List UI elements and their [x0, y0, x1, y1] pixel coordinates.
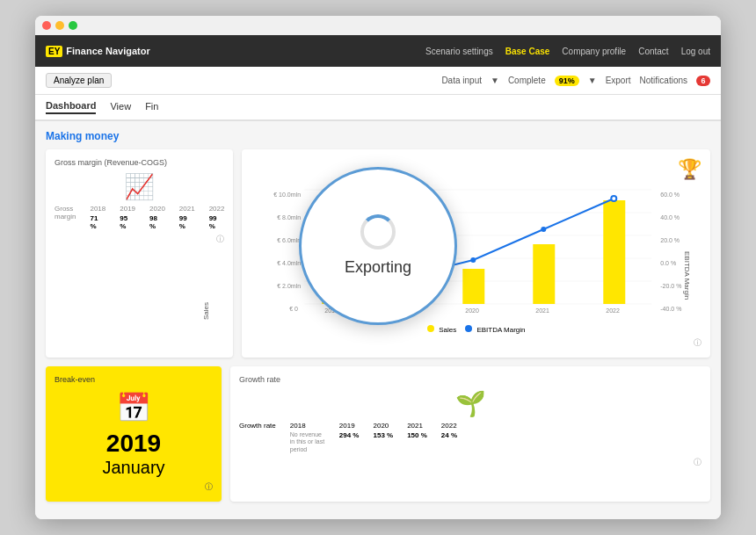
sub-nav: Analyze plan Data input ▼ Complete 91% ▼… [35, 67, 721, 95]
gm-val-2018: 71 % [90, 214, 105, 230]
growth-title: Growth rate [239, 375, 701, 384]
data-input-label[interactable]: Data input [441, 76, 482, 85]
gm-col-2022: 2022 99 % [209, 205, 225, 230]
gm-col-2020: 2020 98 % [149, 205, 165, 230]
top-nav: EY Finance Navigator Scenario settings B… [35, 35, 721, 67]
window-body: EY Finance Navigator Scenario settings B… [35, 35, 721, 519]
tab-dashboard[interactable]: Dashboard [46, 100, 96, 114]
chart-icon: 🏆 [678, 158, 701, 181]
gr-col-2020: 2020 153 % [373, 422, 393, 453]
company-profile-link[interactable]: Company profile [562, 47, 626, 56]
svg-text:20.0 %: 20.0 % [661, 237, 680, 243]
notifications-badge: 6 [696, 76, 710, 86]
svg-text:€ 8.0mln: € 8.0mln [278, 214, 302, 221]
gr-val-2022: 24 % [441, 431, 457, 439]
svg-text:-40.0 %: -40.0 % [661, 306, 682, 312]
trend-icon: 📈 [55, 172, 224, 201]
gm-col-2018: 2018 71 % [90, 205, 105, 230]
svg-text:€ 4.0mln: € 4.0mln [278, 260, 302, 266]
growth-card: Growth rate 🌱 Growth rate 2018 No revenu… [230, 366, 710, 502]
svg-text:40.0 %: 40.0 % [661, 214, 680, 221]
logo-text: Finance Navigator [66, 46, 149, 56]
gm-row-label: Gross margin [55, 205, 76, 221]
line-dot-2021 [542, 227, 547, 232]
breakeven-card: Break-even 📅 2019 January ⓘ [46, 366, 222, 502]
exporting-overlay: Exporting [299, 167, 457, 325]
tab-fin[interactable]: Fin [145, 101, 158, 113]
svg-text:-20.0 %: -20.0 % [661, 283, 682, 289]
svg-text:2021: 2021 [536, 307, 550, 314]
gm-year-2019: 2019 [120, 205, 135, 213]
bar-2022 [604, 200, 626, 304]
legend-sales: Sales [427, 325, 456, 334]
gr-row-label: Growth rate [239, 422, 276, 430]
gr-val-2018: No revenue in this or last period [290, 431, 325, 453]
growth-table: Growth rate 2018 No revenue in this or l… [239, 422, 701, 453]
gr-year-2021: 2021 [407, 422, 427, 430]
breakeven-info[interactable]: ⓘ [205, 481, 213, 493]
gr-val-2020: 153 % [373, 431, 393, 439]
topnav-links: Scenario settings Base Case Company prof… [425, 47, 710, 56]
logout-link[interactable]: Log out [681, 47, 710, 56]
chart-legend: Sales EBITDA Margin [251, 325, 701, 334]
cards-row-2: Break-even 📅 2019 January ⓘ Growth rate … [46, 366, 710, 502]
analyze-plan-button[interactable]: Analyze plan [46, 73, 112, 88]
gm-col-2021: 2021 99 % [179, 205, 195, 230]
bar-2020 [463, 269, 485, 304]
breakeven-year: 2019 [106, 430, 161, 458]
gm-val-2020: 98 % [149, 214, 165, 230]
svg-text:€ 2.0mln: € 2.0mln [278, 283, 302, 289]
dropdown-icon: ▼ [491, 76, 499, 85]
scenario-settings-link[interactable]: Scenario settings [425, 47, 493, 56]
svg-text:EBITDA Margin: EBITDA Margin [684, 251, 692, 300]
minimize-dot[interactable] [55, 21, 64, 30]
gr-val-2021: 150 % [407, 431, 427, 439]
base-case-link[interactable]: Base Case [505, 47, 550, 56]
svg-text:€ 10.0mln: € 10.0mln [274, 192, 302, 198]
subnav-right: Data input ▼ Complete 91% ▼ Export Notif… [441, 76, 710, 86]
gr-year-2022: 2022 [441, 422, 457, 430]
gm-year-2020: 2020 [149, 205, 165, 213]
legend-ebitda: EBITDA Margin [465, 325, 525, 334]
growth-info[interactable]: ⓘ [239, 457, 701, 468]
app-window: EY Finance Navigator Scenario settings B… [35, 16, 721, 519]
gm-year-2022: 2022 [209, 205, 225, 213]
window-chrome [35, 16, 721, 35]
line-dot-2022 [612, 196, 617, 201]
svg-text:2020: 2020 [466, 307, 480, 314]
gm-col-2019: 2019 95 % [120, 205, 135, 230]
maximize-dot[interactable] [69, 21, 77, 30]
gr-col-label: Growth rate [239, 422, 276, 453]
gm-val-2019: 95 % [120, 214, 135, 230]
bar-2021 [534, 244, 556, 304]
svg-text:2022: 2022 [607, 307, 621, 314]
section-title: Making money [46, 130, 710, 142]
chart-info[interactable]: ⓘ [251, 337, 701, 349]
gm-val-2022: 99 % [209, 214, 225, 230]
svg-text:Sales: Sales [203, 302, 211, 320]
gr-col-2022: 2022 24 % [441, 422, 457, 453]
dropdown-icon2: ▼ [588, 76, 597, 85]
ebitda-dot [465, 325, 472, 332]
svg-text:€ 0: € 0 [290, 306, 299, 312]
gross-margin-title: Gross margin (Revenue-COGS) [55, 158, 224, 167]
logo-ey: EY [46, 46, 62, 57]
gr-col-2018: 2018 No revenue in this or last period [290, 422, 325, 453]
gr-col-2021: 2021 150 % [407, 422, 427, 453]
gr-col-2019: 2019 294 % [339, 422, 360, 453]
gross-margin-info[interactable]: ⓘ [55, 234, 224, 245]
export-button[interactable]: Export [606, 76, 631, 85]
complete-badge: 91% [555, 76, 579, 86]
exporting-text: Exporting [345, 258, 411, 277]
line-dot-2020 [471, 257, 476, 263]
contact-link[interactable]: Contact [638, 47, 668, 56]
gr-year-2019: 2019 [339, 422, 360, 430]
logo: EY Finance Navigator [46, 46, 150, 57]
notifications-label[interactable]: Notifications [640, 76, 687, 85]
gm-year-2021: 2021 [179, 205, 195, 213]
complete-label: Complete [508, 76, 546, 85]
close-dot[interactable] [42, 21, 51, 30]
plant-icon: 🌱 [239, 389, 701, 418]
tab-view[interactable]: View [110, 101, 131, 113]
dashboard-nav: Dashboard View Fin [35, 95, 721, 121]
